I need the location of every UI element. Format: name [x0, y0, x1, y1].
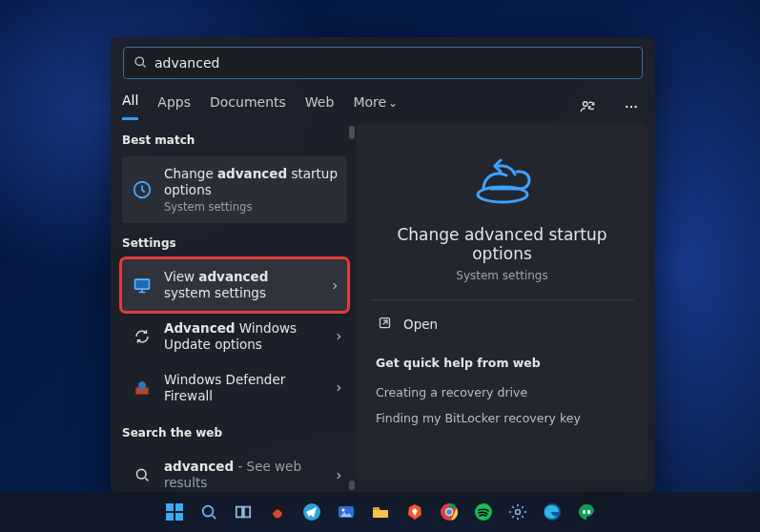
svg-point-4: [630, 105, 632, 107]
taskbar-photos-icon[interactable]: [333, 499, 359, 525]
open-icon: [378, 316, 392, 333]
result-advanced-windows-update[interactable]: Advanced Windows Update options: [122, 311, 351, 362]
taskbar: [0, 492, 760, 532]
search-input[interactable]: [154, 55, 632, 71]
sync-icon: [132, 326, 153, 347]
svg-rect-21: [175, 513, 183, 521]
svg-point-13: [136, 470, 146, 480]
taskbar-hangouts-icon[interactable]: [573, 499, 600, 525]
svg-rect-38: [587, 510, 590, 514]
results-column: Best match Change advanced startup optio…: [111, 120, 351, 488]
tab-apps[interactable]: Apps: [157, 94, 191, 119]
section-settings: Settings: [122, 236, 351, 250]
svg-point-29: [341, 509, 344, 512]
svg-point-22: [202, 506, 213, 517]
task-view-icon[interactable]: [230, 499, 257, 525]
taskbar-explorer-icon[interactable]: [367, 499, 394, 525]
result-title: Change advanced startup options System s…: [164, 166, 339, 214]
tab-web[interactable]: Web: [305, 94, 335, 119]
search-icon: [134, 54, 147, 72]
result-title: Advanced Windows Update options: [164, 320, 322, 353]
svg-rect-20: [166, 513, 174, 521]
help-link-bitlocker[interactable]: Finding my BitLocker recovery key: [376, 405, 628, 431]
svg-line-14: [145, 478, 148, 481]
tab-all[interactable]: All: [122, 92, 138, 120]
search-tabs: All Apps Documents Web More: [111, 79, 655, 120]
search-box[interactable]: [123, 47, 643, 79]
details-title: Change advanced startup options: [376, 225, 628, 263]
tab-more[interactable]: More: [353, 94, 398, 119]
search-icon: [132, 464, 153, 485]
section-search-web: Search the web: [122, 426, 351, 440]
svg-point-35: [515, 510, 520, 515]
svg-point-3: [626, 105, 627, 107]
result-web-search[interactable]: advanced - See web results: [122, 449, 351, 493]
firewall-icon: [132, 378, 153, 399]
svg-rect-25: [243, 507, 249, 518]
start-button[interactable]: [161, 499, 188, 525]
svg-point-2: [584, 101, 588, 106]
details-hero-icon: [376, 154, 628, 208]
result-windows-defender-firewall[interactable]: Windows Defender Firewall: [122, 362, 351, 414]
help-link-recovery-drive[interactable]: Creating a recovery drive: [376, 379, 628, 405]
svg-line-17: [383, 320, 387, 324]
tab-documents[interactable]: Documents: [210, 94, 286, 119]
svg-line-23: [212, 516, 216, 520]
chevron-right-icon: [334, 466, 343, 484]
more-options-icon[interactable]: [619, 94, 644, 119]
svg-point-33: [446, 509, 452, 515]
taskbar-spotify-icon[interactable]: [470, 499, 497, 525]
svg-point-0: [135, 57, 143, 65]
taskbar-edge-icon[interactable]: [539, 499, 565, 525]
start-search-panel: All Apps Documents Web More Best match: [111, 37, 655, 493]
startup-options-icon: [132, 179, 153, 200]
result-title: Windows Defender Firewall: [164, 372, 322, 404]
open-action[interactable]: Open: [376, 306, 628, 342]
help-header: Get quick help from web: [376, 356, 628, 370]
svg-rect-37: [583, 510, 585, 514]
svg-rect-18: [166, 503, 174, 511]
open-label: Open: [403, 317, 438, 332]
result-best-match[interactable]: Change advanced startup options System s…: [122, 156, 347, 223]
taskbar-search-icon[interactable]: [195, 499, 222, 525]
divider: [370, 299, 634, 300]
chevron-right-icon: [334, 327, 343, 345]
result-title: View advanced system settings: [164, 269, 318, 301]
scrollbar[interactable]: [349, 124, 355, 492]
svg-rect-7: [135, 279, 150, 289]
details-subtitle: System settings: [376, 269, 628, 282]
taskbar-app-1-icon[interactable]: [264, 499, 291, 525]
svg-rect-30: [373, 507, 380, 510]
taskbar-telegram-icon[interactable]: [298, 499, 325, 525]
chevron-right-icon: [334, 379, 343, 397]
svg-rect-24: [236, 507, 241, 518]
svg-line-1: [143, 64, 146, 67]
chevron-right-icon: [330, 276, 339, 295]
taskbar-brave-icon[interactable]: [401, 499, 428, 525]
result-title: advanced - See web results: [164, 459, 322, 491]
monitor-icon: [132, 275, 153, 296]
taskbar-chrome-icon[interactable]: [436, 499, 462, 525]
section-best-match: Best match: [122, 133, 351, 147]
taskbar-settings-icon[interactable]: [504, 499, 531, 525]
svg-point-5: [634, 105, 636, 107]
account-sync-icon[interactable]: [575, 94, 600, 119]
svg-rect-19: [175, 503, 183, 511]
details-pane: Change advanced startup options System s…: [357, 124, 647, 481]
result-view-advanced-system-settings[interactable]: View advanced system settings: [122, 259, 347, 311]
